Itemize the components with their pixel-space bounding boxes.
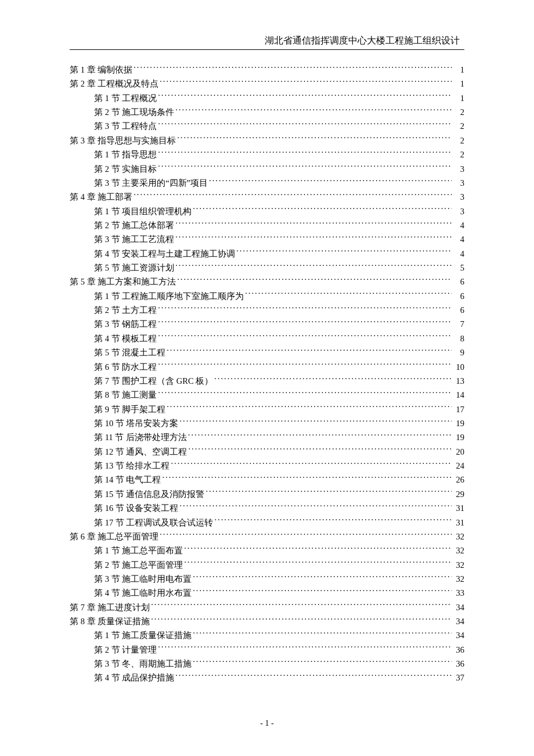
toc-entry-page: 32 — [453, 543, 464, 557]
toc-entry-label: 第 4 节 模板工程 — [70, 332, 157, 345]
toc-entry-page: 1 — [453, 91, 464, 105]
toc-leader-dots — [175, 219, 452, 228]
toc-entry-label: 第 1 节 工程概况 — [70, 91, 157, 105]
toc-entry-label: 第 17 节 工程调试及联合试运转 — [70, 516, 213, 530]
toc-leader-dots — [193, 206, 452, 214]
toc-entry: 第 4 节 模板工程8 — [70, 332, 464, 345]
toc-entry: 第 3 节 工程特点2 — [70, 119, 464, 133]
toc-entry-page: 6 — [453, 275, 464, 289]
toc-entry-label: 第 13 节 给排水工程 — [70, 459, 169, 473]
toc-leader-dots — [214, 375, 452, 384]
toc-entry: 第 1 节 施工总平面布置32 — [70, 543, 464, 557]
toc-leader-dots — [167, 404, 452, 412]
toc-leader-dots — [188, 432, 452, 441]
toc-entry-page: 26 — [453, 473, 464, 487]
toc-entry: 第 11 节 后浇带处理方法19 — [70, 430, 464, 444]
toc-entry-label: 第 6 节 防水工程 — [70, 360, 157, 374]
toc-entry: 第 1 节 项目组织管理机构3 — [70, 204, 464, 218]
toc-entry-page: 4 — [453, 247, 464, 261]
toc-entry-label: 第 4 节 安装工程与土建工程施工协调 — [70, 247, 235, 261]
toc-entry-page: 34 — [453, 628, 464, 642]
toc-leader-dots — [158, 163, 452, 172]
toc-leader-dots — [158, 333, 452, 341]
toc-leader-dots — [179, 503, 452, 512]
toc-entry: 第 14 节 电气工程26 — [70, 473, 464, 487]
toc-entry: 第 3 节 主要采用的“四新”项目3 — [70, 176, 464, 190]
toc-entry-label: 第 3 节 钢筋工程 — [70, 317, 157, 331]
toc-entry: 第 2 节 实施目标3 — [70, 162, 464, 176]
toc-leader-dots — [193, 588, 452, 596]
toc-leader-dots — [177, 135, 452, 143]
toc-entry-label: 第 1 节 项目组织管理机构 — [70, 204, 192, 218]
toc-entry: 第 2 节 土方工程6 — [70, 303, 464, 317]
toc-entry: 第 13 节 给排水工程24 — [70, 459, 464, 473]
toc-entry-page: 9 — [453, 345, 464, 359]
header-title: 湖北省通信指挥调度中心大楼工程施工组织设计 — [265, 35, 460, 45]
page-number: - 1 - — [260, 719, 273, 728]
toc-entry-page: 14 — [453, 388, 464, 402]
toc-leader-dots — [158, 92, 452, 101]
toc-entry: 第 7 章 施工进度计划34 — [70, 600, 464, 614]
toc-entry: 第 5 节 施工资源计划5 — [70, 261, 464, 275]
toc-entry: 第 1 节 工程施工顺序地下室施工顺序为6 — [70, 289, 464, 303]
toc-entry-label: 第 2 节 计量管理 — [70, 643, 157, 657]
toc-entry-page: 20 — [453, 445, 464, 459]
toc-leader-dots — [158, 305, 452, 314]
toc-entry-page: 29 — [453, 487, 464, 501]
header-rule — [70, 49, 464, 50]
toc-entry: 第 9 节 脚手架工程17 — [70, 402, 464, 416]
toc-entry-label: 第 2 节 实施目标 — [70, 162, 157, 176]
toc-entry-page: 2 — [453, 147, 464, 161]
toc-entry-label: 第 15 节 通信信息及消防报警 — [70, 487, 204, 501]
toc-entry: 第 2 节 施工总体部署4 — [70, 218, 464, 232]
toc-entry-label: 第 2 节 施工现场条件 — [70, 105, 174, 119]
toc-entry-page: 2 — [453, 119, 464, 133]
toc-leader-dots — [193, 630, 452, 639]
toc-entry: 第 1 章 编制依据1 — [70, 63, 464, 77]
toc-entry-page: 5 — [453, 261, 464, 275]
toc-leader-dots — [175, 672, 452, 681]
toc-entry: 第 3 节 施工工艺流程4 — [70, 232, 464, 246]
toc-entry-page: 17 — [453, 402, 464, 416]
toc-entry-label: 第 3 章 指导思想与实施目标 — [70, 134, 176, 147]
toc-leader-dots — [171, 460, 452, 469]
toc-entry-label: 第 2 节 土方工程 — [70, 303, 157, 317]
toc-entry-page: 36 — [453, 657, 464, 671]
toc-entry-page: 1 — [453, 63, 464, 77]
toc-leader-dots — [158, 319, 452, 327]
toc-entry-label: 第 11 节 后浇带处理方法 — [70, 430, 187, 444]
toc-entry-label: 第 3 节 施工临时用电布置 — [70, 572, 192, 586]
toc-entry-label: 第 1 节 施工质量保证措施 — [70, 628, 192, 642]
toc-leader-dots — [205, 488, 452, 497]
toc-leader-dots — [175, 107, 452, 116]
toc-entry-label: 第 14 节 电气工程 — [70, 473, 161, 487]
page-footer: - 1 - — [0, 719, 534, 728]
toc-entry-label: 第 3 节 冬、雨期施工措施 — [70, 657, 192, 671]
toc-entry: 第 2 章 工程概况及特点1 — [70, 77, 464, 91]
toc-entry-label: 第 6 章 施工总平面管理 — [70, 530, 158, 543]
toc-entry-page: 6 — [453, 289, 464, 303]
toc-entry-label: 第 1 节 施工总平面布置 — [70, 543, 183, 557]
toc-entry-page: 19 — [453, 416, 464, 430]
toc-entry-label: 第 3 节 工程特点 — [70, 119, 157, 133]
toc-entry: 第 4 节 成品保护措施37 — [70, 671, 464, 685]
toc-entry-page: 31 — [453, 501, 464, 515]
toc-entry-label: 第 7 节 围护工程（含 GRC 板） — [70, 374, 213, 388]
toc-entry-label: 第 1 节 工程施工顺序地下室施工顺序为 — [70, 289, 244, 303]
toc-entry-page: 4 — [453, 218, 464, 232]
toc-leader-dots — [160, 531, 452, 539]
toc-entry: 第 5 节 混凝土工程9 — [70, 345, 464, 359]
toc-leader-dots — [158, 149, 452, 158]
toc-entry-page: 24 — [453, 459, 464, 473]
toc-leader-dots — [158, 644, 452, 653]
toc-leader-dots — [175, 262, 452, 271]
toc-leader-dots — [151, 602, 452, 610]
toc-entry-label: 第 5 节 施工资源计划 — [70, 261, 174, 275]
toc-entry-page: 3 — [453, 176, 464, 190]
toc-entry: 第 7 节 围护工程（含 GRC 板）13 — [70, 374, 464, 388]
toc-entry-label: 第 8 章 质量保证措施 — [70, 614, 150, 628]
toc-entry: 第 4 节 安装工程与土建工程施工协调4 — [70, 247, 464, 261]
toc-entry: 第 3 节 施工临时用电布置32 — [70, 572, 464, 586]
toc-leader-dots — [158, 361, 452, 370]
toc-entry-label: 第 7 章 施工进度计划 — [70, 600, 150, 614]
